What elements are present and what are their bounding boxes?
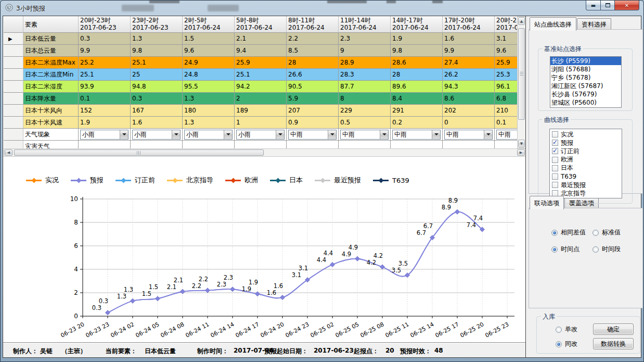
row-selector-cell[interactable] xyxy=(4,93,23,105)
table-value-cell[interactable]: 1.6 xyxy=(131,117,183,129)
weather-combobox[interactable]: 小雨 xyxy=(236,130,285,140)
row-selector-cell[interactable] xyxy=(4,81,23,93)
table-value-cell[interactable]: 0.1 xyxy=(495,117,517,129)
curve-option-row[interactable]: ✓订正前 xyxy=(552,147,622,155)
table-value-cell[interactable]: 25.3 xyxy=(495,69,517,81)
station-list-item[interactable]: 望城区 (P5600) xyxy=(550,98,621,107)
table-value-cell[interactable]: 9.6 xyxy=(495,45,517,57)
confirm-button[interactable]: 确定 xyxy=(593,323,634,335)
weather-combobox[interactable]: 小雨 xyxy=(132,130,181,140)
radio-button[interactable] xyxy=(593,230,599,236)
table-value-cell[interactable]: 210 xyxy=(495,105,517,117)
checkbox[interactable] xyxy=(552,173,558,180)
maximize-button[interactable] xyxy=(601,1,615,10)
radio-button[interactable] xyxy=(556,341,562,347)
table-value-cell[interactable]: 8.6 xyxy=(443,93,495,105)
table-value-cell[interactable]: 207 xyxy=(287,105,339,117)
table-value-cell[interactable]: 中雨 xyxy=(339,129,391,141)
weather-combobox[interactable]: 中雨 xyxy=(496,130,517,140)
table-value-cell[interactable] xyxy=(183,141,235,148)
table-value-cell[interactable]: 1.3 xyxy=(183,117,235,129)
table-value-cell[interactable]: 28 xyxy=(287,57,339,69)
table-value-cell[interactable]: 0.2 xyxy=(391,117,443,129)
table-value-cell[interactable]: 90.5 xyxy=(287,81,339,93)
table-value-cell[interactable]: 1.9 xyxy=(391,33,443,45)
table-value-cell[interactable]: 0.9 xyxy=(287,117,339,129)
table-value-cell[interactable]: 25.2 xyxy=(79,57,131,69)
table-value-cell[interactable]: 小雨 xyxy=(235,129,287,141)
table-value-cell[interactable]: 1 xyxy=(235,117,287,129)
table-value-cell[interactable]: 94.2 xyxy=(235,81,287,93)
curve-option-row[interactable]: 日本 xyxy=(552,164,622,172)
table-value-cell[interactable]: 27.4 xyxy=(443,57,495,69)
radio-option[interactable]: 标准值 xyxy=(593,228,621,237)
table-value-cell[interactable] xyxy=(131,141,183,148)
table-value-cell[interactable]: 1.3 xyxy=(183,93,235,105)
curve-option-row[interactable]: 实况 xyxy=(552,130,622,139)
minimize-button[interactable]: ▬ xyxy=(586,1,601,10)
combobox-dropdown-button[interactable] xyxy=(172,130,180,139)
table-value-cell[interactable]: 95.5 xyxy=(183,81,235,93)
table-value-cell[interactable]: 229 xyxy=(339,105,391,117)
combobox-dropdown-button[interactable] xyxy=(224,130,232,139)
curve-option-row[interactable]: ✓预报 xyxy=(552,139,622,147)
table-value-cell[interactable]: 93.9 xyxy=(79,81,131,93)
scroll-up-arrow[interactable]: ▲ xyxy=(518,17,525,25)
table-value-cell[interactable] xyxy=(79,141,131,148)
checkbox[interactable] xyxy=(552,165,558,171)
table-value-cell[interactable] xyxy=(287,141,339,148)
table-value-cell[interactable]: 5.9 xyxy=(287,93,339,105)
table-value-cell[interactable]: 3.1 xyxy=(495,33,517,45)
table-value-cell[interactable]: 291 xyxy=(391,105,443,117)
curve-option-row[interactable]: 欧洲 xyxy=(552,156,622,164)
row-selector-cell[interactable] xyxy=(4,105,23,117)
combobox-dropdown-button[interactable] xyxy=(120,130,128,139)
row-selector-cell[interactable] xyxy=(4,129,23,141)
table-vertical-scrollbar[interactable]: ▲ ▼ xyxy=(517,16,526,148)
table-value-cell[interactable]: 24.9 xyxy=(183,57,235,69)
scroll-left-arrow[interactable]: ◀ xyxy=(5,149,12,156)
table-value-cell[interactable]: 189 xyxy=(235,105,287,117)
weather-combobox[interactable]: 中雨 xyxy=(444,130,493,140)
storage-radio-option[interactable]: 同改 xyxy=(556,340,577,348)
table-value-cell[interactable]: 1.3 xyxy=(131,33,183,45)
table-value-cell[interactable]: 2 xyxy=(235,93,287,105)
table-value-cell[interactable]: 94.8 xyxy=(131,81,183,93)
table-value-cell[interactable]: 89.6 xyxy=(391,81,443,93)
table-value-cell[interactable]: 9.6 xyxy=(183,45,235,57)
table-value-cell[interactable]: 0.3 xyxy=(131,93,183,105)
row-selector-cell[interactable] xyxy=(4,117,23,129)
table-value-cell[interactable]: 中雨 xyxy=(391,129,443,141)
title-bar[interactable]: 3小时预报 ▬ ✕ xyxy=(1,1,643,16)
radio-option[interactable]: 相同差值 xyxy=(551,228,586,237)
table-value-cell[interactable]: 28 xyxy=(391,69,443,81)
combobox-dropdown-button[interactable] xyxy=(276,130,284,139)
combobox-dropdown-button[interactable] xyxy=(432,130,440,139)
table-value-cell[interactable] xyxy=(443,141,495,148)
table-value-cell[interactable]: 167 xyxy=(131,105,183,117)
weather-combobox[interactable]: 小雨 xyxy=(80,130,128,140)
weather-combobox[interactable]: 中雨 xyxy=(340,130,389,140)
table-value-cell[interactable]: 28.3 xyxy=(339,69,391,81)
table-value-cell[interactable]: 0 xyxy=(443,117,495,129)
table-value-cell[interactable]: 9.8 xyxy=(131,45,183,57)
table-value-cell[interactable]: 小雨 xyxy=(183,129,235,141)
radio-option[interactable]: 时间点 xyxy=(551,245,579,254)
table-value-cell[interactable]: 1.6 xyxy=(443,33,495,45)
table-value-cell[interactable]: 25.9 xyxy=(495,57,517,69)
checkbox[interactable] xyxy=(552,131,558,138)
close-button[interactable]: ✕ xyxy=(615,1,639,10)
curve-option-row[interactable]: T639 xyxy=(552,172,622,181)
table-value-cell[interactable]: 2.1 xyxy=(235,33,287,45)
checkbox[interactable] xyxy=(552,157,558,163)
table-value-cell[interactable]: 202 xyxy=(443,105,495,117)
table-value-cell[interactable]: 25 xyxy=(131,69,183,81)
table-value-cell[interactable]: 25.9 xyxy=(235,57,287,69)
table-value-cell[interactable]: 2.2 xyxy=(287,33,339,45)
table-value-cell[interactable]: 180 xyxy=(183,105,235,117)
table-value-cell[interactable]: 0.3 xyxy=(79,33,131,45)
table-value-cell[interactable]: 26.6 xyxy=(287,69,339,81)
table-value-cell[interactable]: 9.9 xyxy=(443,45,495,57)
table-value-cell[interactable] xyxy=(339,141,391,148)
table-value-cell[interactable]: 25.1 xyxy=(79,69,131,81)
